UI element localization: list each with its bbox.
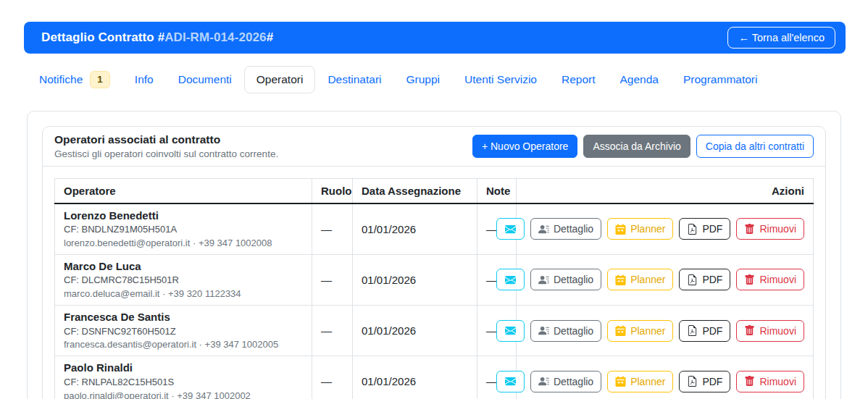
calendar-icon bbox=[615, 376, 626, 387]
calendar-icon bbox=[615, 224, 626, 235]
tab-documenti[interactable]: Documenti bbox=[166, 66, 244, 93]
envelope-icon bbox=[505, 224, 516, 235]
col-header-operatore: Operatore bbox=[55, 178, 312, 203]
actions-cell: Dettaglio Planner PDF Rimuovi bbox=[517, 254, 814, 305]
send-mail-button[interactable] bbox=[496, 320, 525, 342]
send-mail-button[interactable] bbox=[496, 371, 525, 392]
send-mail-button[interactable] bbox=[496, 269, 525, 290]
operator-cell: Lorenzo Benedetti CF: BNDLNZ91M05H501A l… bbox=[55, 203, 312, 255]
file-pdf-icon bbox=[687, 325, 698, 336]
hash-mark: # bbox=[158, 30, 165, 44]
operator-contact: marco.deluca@email.it · +39 320 1122334 bbox=[64, 288, 303, 301]
detail-button[interactable]: Dettaglio bbox=[530, 320, 601, 342]
planner-button[interactable]: Planner bbox=[607, 269, 673, 290]
assignment-date-cell: 01/01/2026 bbox=[353, 254, 477, 305]
operator-cf: CF: DLCMRC78C15H501R bbox=[64, 274, 303, 287]
page-title: Dettaglio Contratto #ADI-RM-014-2026# bbox=[41, 30, 273, 45]
tab-utenti-servizio[interactable]: Utenti Servizio bbox=[452, 66, 549, 93]
operator-contact: lorenzo.benedetti@operatori.it · +39 347… bbox=[64, 238, 303, 250]
page-title-text: Dettaglio Contratto bbox=[41, 30, 154, 44]
person-lines-icon bbox=[538, 224, 549, 235]
calendar-icon bbox=[615, 325, 626, 336]
actions-cell: Dettaglio Planner PDF Rimuovi bbox=[517, 356, 814, 399]
trash-icon bbox=[744, 376, 755, 387]
operator-cf: CF: BNDLNZ91M05H501A bbox=[64, 224, 303, 236]
planner-button[interactable]: Planner bbox=[607, 371, 673, 392]
card-subtitle: Gestisci gli operatori coinvolti sul con… bbox=[54, 148, 278, 159]
card-header-text: Operatori associati al contratto Gestisc… bbox=[54, 133, 278, 159]
hash-mark: # bbox=[267, 30, 274, 44]
operator-name: Marco De Luca bbox=[64, 259, 303, 274]
associate-archive-button[interactable]: Associa da Archivio bbox=[583, 135, 690, 158]
calendar-icon bbox=[615, 274, 626, 285]
operator-cf: CF: RNLPAL82C15H501S bbox=[64, 377, 303, 389]
pdf-button[interactable]: PDF bbox=[679, 269, 730, 290]
actions-cell: Dettaglio Planner PDF Rimuovi bbox=[517, 203, 814, 255]
operator-cell: Paolo Rinaldi CF: RNLPAL82C15H501S paolo… bbox=[55, 356, 312, 399]
file-pdf-icon bbox=[687, 224, 698, 235]
planner-button[interactable]: Planner bbox=[607, 320, 673, 342]
role-cell: — bbox=[312, 254, 353, 305]
detail-button[interactable]: Dettaglio bbox=[530, 371, 601, 392]
pdf-button[interactable]: PDF bbox=[679, 320, 730, 342]
remove-button[interactable]: Rimuovi bbox=[736, 269, 804, 290]
contract-code: ADI-RM-014-2026 bbox=[164, 30, 266, 44]
envelope-icon bbox=[505, 274, 516, 285]
planner-button[interactable]: Planner bbox=[607, 218, 673, 240]
envelope-icon bbox=[505, 376, 516, 387]
operator-cell: Marco De Luca CF: DLCMRC78C15H501R marco… bbox=[55, 254, 312, 305]
pdf-button[interactable]: PDF bbox=[679, 371, 730, 392]
operator-contact: francesca.desantis@operatori.it · +39 34… bbox=[64, 339, 303, 351]
copy-from-contracts-button[interactable]: Copia da altri contratti bbox=[696, 135, 814, 158]
tab-gruppi[interactable]: Gruppi bbox=[394, 66, 453, 93]
remove-button[interactable]: Rimuovi bbox=[736, 371, 804, 392]
operator-contact: paolo.rinaldi@operatori.it · +39 347 100… bbox=[64, 390, 303, 399]
col-header-ruolo: Ruolo bbox=[312, 178, 353, 203]
tab-info[interactable]: Info bbox=[122, 66, 166, 93]
send-mail-button[interactable] bbox=[496, 218, 525, 240]
table-row: Lorenzo Benedetti CF: BNDLNZ91M05H501A l… bbox=[55, 203, 814, 255]
envelope-icon bbox=[505, 325, 516, 336]
assignment-date-cell: 01/01/2026 bbox=[353, 356, 477, 399]
detail-button[interactable]: Dettaglio bbox=[530, 269, 601, 290]
detail-button[interactable]: Dettaglio bbox=[530, 218, 601, 240]
person-lines-icon bbox=[538, 376, 549, 387]
col-header-data-assegnazione: Data Assegnazione bbox=[353, 178, 477, 203]
remove-button[interactable]: Rimuovi bbox=[736, 218, 804, 240]
tab-agenda[interactable]: Agenda bbox=[608, 66, 671, 93]
trash-icon bbox=[744, 274, 755, 285]
notifications-count-badge: 1 bbox=[90, 71, 110, 88]
pdf-button[interactable]: PDF bbox=[679, 218, 730, 240]
operators-card-header: Operatori associati al contratto Gestisc… bbox=[43, 127, 825, 167]
tab-notifiche[interactable]: Notifiche 1 bbox=[27, 64, 122, 96]
assignment-date-cell: 01/01/2026 bbox=[353, 203, 477, 255]
card-header-buttons: + Nuovo Operatore Associa da Archivio Co… bbox=[472, 135, 814, 158]
person-lines-icon bbox=[538, 325, 549, 336]
col-header-note: Note bbox=[477, 178, 517, 203]
back-to-list-button[interactable]: ← Torna all'elenco bbox=[727, 27, 835, 49]
trash-icon bbox=[744, 224, 755, 235]
table-row: Paolo Rinaldi CF: RNLPAL82C15H501S paolo… bbox=[55, 356, 814, 399]
tab-report[interactable]: Report bbox=[549, 66, 608, 93]
tab-programmatori[interactable]: Programmatori bbox=[671, 66, 770, 93]
role-cell: — bbox=[312, 306, 353, 356]
table-row: Marco De Luca CF: DLCMRC78C15H501R marco… bbox=[55, 254, 814, 305]
new-operator-button[interactable]: + Nuovo Operatore bbox=[472, 135, 577, 158]
operator-name: Francesca De Santis bbox=[64, 310, 303, 324]
operators-table: Operatore Ruolo Data Assegnazione Note A… bbox=[54, 178, 814, 399]
remove-button[interactable]: Rimuovi bbox=[736, 320, 804, 342]
operator-cf: CF: DSNFNC92T60H501Z bbox=[64, 326, 303, 338]
tab-destinatari[interactable]: Destinatari bbox=[315, 66, 393, 93]
file-pdf-icon bbox=[687, 274, 698, 285]
operator-cell: Francesca De Santis CF: DSNFNC92T60H501Z… bbox=[55, 306, 312, 356]
app-header: Dettaglio Contratto #ADI-RM-014-2026# ← … bbox=[24, 22, 846, 54]
card-title: Operatori associati al contratto bbox=[54, 133, 278, 146]
role-cell: — bbox=[312, 203, 353, 255]
tab-notifiche-label: Notifiche bbox=[39, 73, 83, 86]
person-lines-icon bbox=[538, 274, 549, 285]
file-pdf-icon bbox=[687, 376, 698, 387]
role-cell: — bbox=[312, 356, 353, 399]
operators-card-body: Operatore Ruolo Data Assegnazione Note A… bbox=[43, 167, 825, 399]
tab-content-panel: Operatori associati al contratto Gestisc… bbox=[27, 111, 841, 399]
tab-operatori[interactable]: Operatori bbox=[244, 66, 316, 93]
